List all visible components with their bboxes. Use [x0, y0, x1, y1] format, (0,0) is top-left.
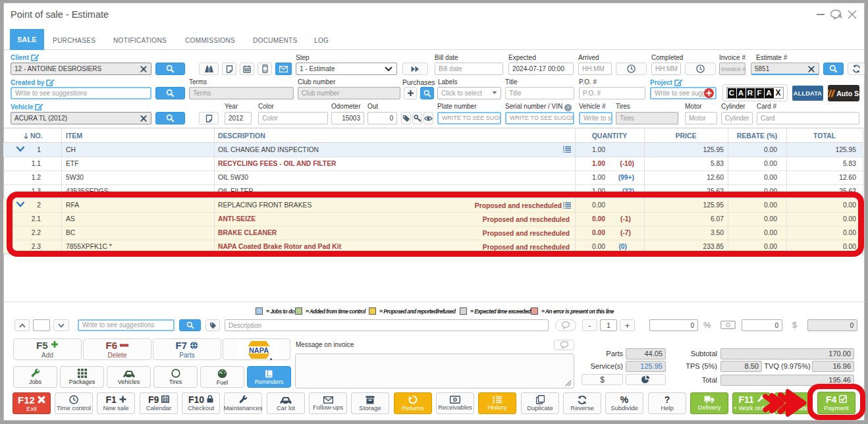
- svg-text:NAPA: NAPA: [249, 346, 269, 354]
